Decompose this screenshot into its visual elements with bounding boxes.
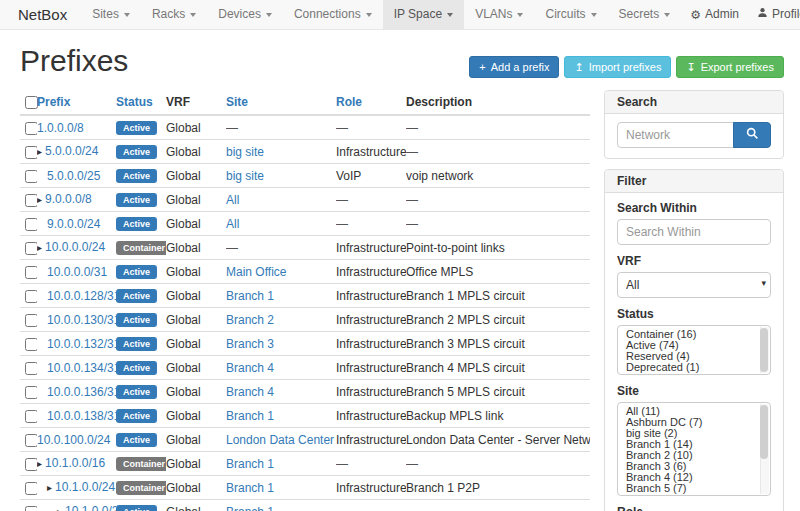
site-filter-list[interactable]: All (11)Ashburn DC (7)big site (2)Branch… [617, 402, 771, 496]
site-link[interactable]: London Data Center [226, 433, 334, 447]
row-checkbox[interactable] [25, 242, 37, 255]
nav-item-admin[interactable]: ⚙ Admin [681, 0, 748, 29]
row-checkbox[interactable] [25, 338, 37, 351]
expand-arrow-icon[interactable]: ▸ [47, 482, 52, 493]
site-link[interactable]: big site [226, 145, 264, 159]
search-input[interactable] [617, 122, 734, 148]
row-select-cell [20, 308, 37, 332]
row-checkbox[interactable] [25, 458, 37, 471]
nav-item-sites[interactable]: Sites [81, 0, 141, 29]
brand-logo[interactable]: NetBox [0, 0, 81, 29]
prefix-link[interactable]: 10.0.0.132/31 [47, 337, 116, 351]
prefix-link[interactable]: 10.0.0.0/31 [47, 265, 107, 279]
expand-arrow-icon[interactable]: ▸ [37, 194, 42, 205]
row-checkbox[interactable] [25, 194, 37, 207]
row-checkbox[interactable] [25, 266, 37, 279]
site-link[interactable]: All [226, 193, 239, 207]
site-link[interactable]: Branch 1 [226, 481, 274, 495]
expand-arrow-icon[interactable]: ▸ [37, 458, 42, 469]
prefix-link[interactable]: 10.0.0.136/31 [47, 385, 116, 399]
site-link[interactable]: Main Office [226, 265, 286, 279]
prefix-link[interactable]: 10.1.0.0/24 [55, 480, 115, 494]
scrollbar[interactable] [760, 327, 769, 373]
site-link[interactable]: Branch 2 [226, 313, 274, 327]
row-checkbox[interactable] [25, 218, 37, 231]
site-link[interactable]: All [226, 217, 239, 231]
prefix-link[interactable]: 10.0.0.130/31 [47, 313, 116, 327]
row-checkbox[interactable] [25, 362, 37, 375]
export-prefixes-button[interactable]: ↧ Export prefixes [676, 56, 784, 78]
description-cell: — [406, 452, 590, 476]
prefix-link[interactable]: 10.0.0.128/31 [47, 289, 116, 303]
row-checkbox[interactable] [25, 386, 37, 399]
site-cell: Branch 1 [226, 500, 336, 511]
row-checkbox[interactable] [25, 314, 37, 327]
row-checkbox[interactable] [25, 290, 37, 303]
row-checkbox[interactable] [25, 434, 37, 447]
site-link[interactable]: Branch 1 [226, 409, 274, 423]
prefix-link[interactable]: 10.1.0.0/16 [45, 456, 105, 470]
vrf-cell: Global [166, 428, 226, 452]
prefix-link[interactable]: 5.0.0.0/24 [45, 144, 98, 158]
expand-arrow-icon[interactable]: ▸ [37, 242, 42, 253]
add-prefix-button[interactable]: + Add a prefix [469, 56, 559, 78]
column-header-status[interactable]: Status [116, 90, 166, 115]
filter-option[interactable]: Deprecated (1) [618, 362, 770, 373]
site-cell: big site [226, 164, 336, 188]
row-checkbox[interactable] [25, 170, 37, 183]
nav-item-devices[interactable]: Devices [207, 0, 283, 29]
site-link[interactable]: Branch 4 [226, 361, 274, 375]
site-link[interactable]: Branch 1 [226, 505, 274, 511]
site-link[interactable]: Branch 1 [226, 289, 274, 303]
prefix-link[interactable]: 1.0.0.0/8 [37, 121, 84, 135]
status-filter-list[interactable]: Container (16)Active (74)Reserved (4)Dep… [617, 325, 771, 375]
vrf-cell: Global [166, 332, 226, 356]
row-checkbox[interactable] [25, 482, 37, 495]
prefix-link[interactable]: 10.0.0.134/31 [47, 361, 116, 375]
column-header-site[interactable]: Site [226, 90, 336, 115]
nav-item-profile[interactable]: Profile [748, 0, 800, 29]
import-prefixes-button[interactable]: ↥ Import prefixes [564, 56, 671, 78]
nav-item-racks[interactable]: Racks [141, 0, 207, 29]
prefix-link[interactable]: 9.0.0.0/8 [45, 192, 92, 206]
expand-arrow-icon[interactable]: ▸ [37, 146, 42, 157]
nav-item-ip-space[interactable]: IP Space [383, 0, 464, 29]
site-link[interactable]: Branch 1 [226, 457, 274, 471]
row-checkbox[interactable] [25, 146, 37, 159]
column-header-role[interactable]: Role [336, 90, 406, 115]
prefix-link[interactable]: 9.0.0.0/24 [47, 217, 100, 231]
nav-item-vlans[interactable]: VLANs [464, 0, 534, 29]
prefix-link[interactable]: 10.0.0.138/31 [47, 409, 116, 423]
expand-arrow-icon[interactable]: ▸ [57, 506, 62, 511]
description-cell: Branch 2 MPLS circuit [406, 308, 590, 332]
nav-item-connections[interactable]: Connections [283, 0, 383, 29]
prefix-cell: 10.0.0.134/31 [37, 356, 116, 380]
status-cell: Active [116, 164, 166, 188]
prefix-link[interactable]: 10.0.100.0/24 [37, 433, 110, 447]
site-cell: — [226, 236, 336, 260]
search-within-input[interactable] [617, 219, 771, 245]
scrollbar[interactable] [760, 404, 769, 494]
prefix-link[interactable]: 10.0.0.0/24 [45, 240, 105, 254]
chevron-down-icon [366, 13, 372, 17]
row-checkbox[interactable] [25, 122, 37, 135]
nav-item-circuits[interactable]: Circuits [534, 0, 607, 29]
site-link[interactable]: big site [226, 169, 264, 183]
site-link[interactable]: Branch 4 [226, 385, 274, 399]
table-row: ▸10.0.0.0/24ContainerGlobal—Infrastructu… [20, 236, 590, 260]
nav-item-secrets[interactable]: Secrets [608, 0, 682, 29]
row-checkbox[interactable] [25, 506, 37, 511]
filter-option[interactable]: COLO-1-24 (3) [618, 494, 770, 496]
nav-menu: SitesRacksDevicesConnectionsIP SpaceVLAN… [81, 0, 681, 29]
row-checkbox[interactable] [25, 410, 37, 423]
prefix-link[interactable]: 5.0.0.0/25 [47, 169, 100, 183]
search-button[interactable] [733, 122, 771, 148]
vrf-select[interactable]: All [618, 273, 770, 297]
prefix-link[interactable]: 10.1.0.0/25 [65, 504, 116, 511]
site-link[interactable]: Branch 3 [226, 337, 274, 351]
upload-icon: ↥ [574, 62, 583, 72]
column-header-prefix[interactable]: Prefix [37, 90, 116, 115]
chevron-down-icon [447, 13, 453, 17]
prefix-table-panel: PrefixStatusVRFSiteRoleDescription 1.0.0… [20, 90, 590, 511]
site-cell: All [226, 212, 336, 236]
